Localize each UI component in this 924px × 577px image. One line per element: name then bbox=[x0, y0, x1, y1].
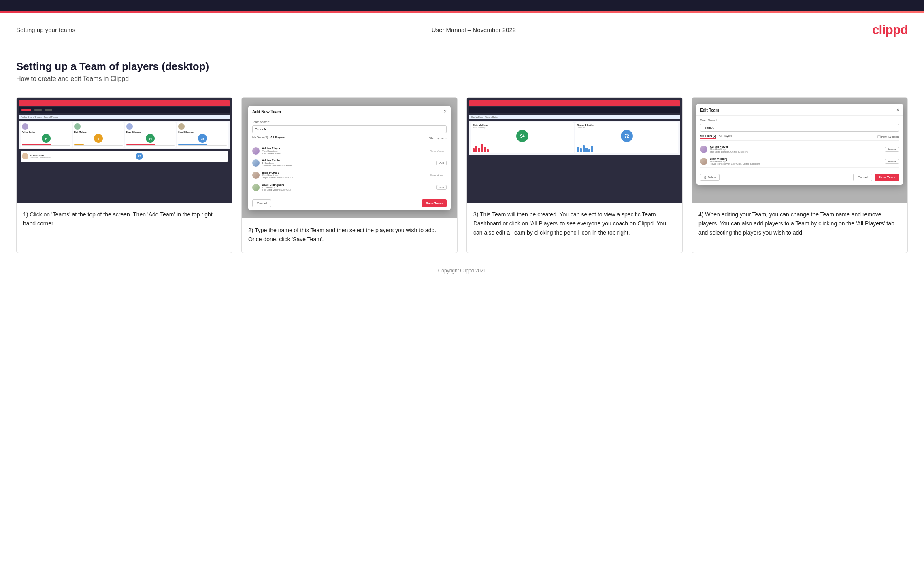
ss3-score-2: 72 bbox=[621, 130, 633, 142]
edit-modal-footer: 🗑 Delete Cancel Save Team bbox=[696, 171, 903, 185]
modal-header: Add New Team × bbox=[248, 106, 451, 117]
cards-row: Finding 5 out of 8 players from All Play… bbox=[16, 97, 908, 253]
edit-team-name-label: Team Name * bbox=[700, 119, 899, 122]
player-avatar-2 bbox=[252, 159, 260, 167]
add-player-2-button[interactable]: Add bbox=[436, 161, 447, 165]
player-row-2: Adrian Coliba 1 HandicapCentral London G… bbox=[252, 157, 447, 169]
edit-player-club-2: Plus HandicapRoyal North Devon Golf Club… bbox=[710, 160, 882, 165]
player-row-3: Blair McHarg Plus HandicapRoyal North De… bbox=[252, 169, 447, 181]
player-row-1: Adrian Player Plus HandicapThe Shire Lon… bbox=[252, 145, 447, 157]
footer-copyright: Copyright Clippd 2021 bbox=[16, 261, 908, 280]
ss3-topbar bbox=[469, 100, 680, 106]
ss1-bottom-player: Richard Butler Golf Coach, United Kingdo… bbox=[21, 151, 228, 162]
modal-team-name-input[interactable] bbox=[252, 125, 447, 133]
modal-title: Add New Team bbox=[252, 110, 281, 114]
ss3-score-1: 94 bbox=[516, 130, 528, 142]
modal-team-name-label: Team Name * bbox=[252, 121, 447, 123]
player-list: Adrian Player Plus HandicapThe Shire Lon… bbox=[252, 145, 447, 193]
edit-player-avatar-1 bbox=[700, 146, 707, 153]
player-club-2: 1 HandicapCentral London Golf Centre bbox=[262, 162, 434, 167]
page-title: Setting up a Team of players (desktop) bbox=[16, 60, 908, 73]
edit-modal-body: Team Name * My Team (2) All Players Filt… bbox=[696, 116, 903, 171]
player-status-3: Player Added bbox=[427, 173, 447, 177]
ss3-player-2: Richard Butler Golf Coach 72 bbox=[575, 122, 678, 153]
player-name-1: Adrian Player bbox=[262, 147, 425, 150]
edit-modal-title: Edit Team bbox=[700, 108, 719, 112]
remove-player-1-button[interactable]: Remove bbox=[885, 147, 899, 152]
top-bar bbox=[0, 0, 924, 11]
edit-team-name-input[interactable] bbox=[700, 124, 899, 132]
edit-filter: Filter by name bbox=[877, 134, 899, 139]
remove-player-2-button[interactable]: Remove bbox=[885, 159, 899, 164]
edit-player-list: Adrian Player Plus HandicapThe Shire Lon… bbox=[700, 143, 899, 168]
player-avatar-1 bbox=[252, 147, 260, 155]
modal-tab-allplayers[interactable]: All Players bbox=[270, 136, 285, 140]
modal-tab-myteam[interactable]: My Team (2) bbox=[252, 136, 268, 140]
edit-modal-header: Edit Team × bbox=[696, 104, 903, 116]
ss1-score-1: 84 bbox=[42, 134, 51, 143]
ss3-player-1: Blair McHarg Plus Handicap 94 bbox=[471, 122, 574, 153]
player-name-4: Dave Billingham bbox=[262, 183, 434, 186]
add-player-4-button[interactable]: Add bbox=[436, 185, 447, 190]
add-team-modal: Add New Team × Team Name * My Team (2) A… bbox=[248, 106, 451, 210]
edit-player-info-1: Adrian Player Plus HandicapThe Shire Lon… bbox=[710, 145, 882, 153]
ss3-nav bbox=[469, 107, 680, 113]
card-1-text: 1) Click on 'Teams' at the top of the sc… bbox=[17, 203, 232, 253]
edit-player-row-2: Blair McHarg Plus HandicapRoyal North De… bbox=[700, 155, 899, 168]
screenshot-2: Add New Team × Team Name * My Team (2) A… bbox=[242, 98, 457, 218]
edit-player-club-1: Plus HandicapThe Shire London, United Ki… bbox=[710, 148, 882, 153]
edit-tab-myteam[interactable]: My Team (2) bbox=[700, 134, 716, 139]
card-1: Finding 5 out of 8 players from All Play… bbox=[16, 97, 232, 253]
card-2-text: 2) Type the name of this Team and then s… bbox=[242, 218, 457, 253]
modal-footer: Cancel Save Team bbox=[248, 197, 451, 210]
modal-filter: Filter by name bbox=[425, 136, 447, 140]
trash-icon: 🗑 bbox=[704, 176, 707, 179]
screenshot-3: Blair McHarg Richard Butler Blair McHarg… bbox=[467, 98, 682, 203]
ss1-player-2: Blair McHarg 0 bbox=[73, 122, 124, 148]
ss1-player-grid: Adrian Coliba 84 Blair McHarg 0 bbox=[19, 121, 230, 149]
ss1-score-3: 94 bbox=[146, 134, 155, 143]
player-name-2: Adrian Coliba bbox=[262, 159, 434, 162]
edit-player-avatar-2 bbox=[700, 158, 707, 165]
modal-close-icon[interactable]: × bbox=[444, 109, 447, 115]
screenshot-1: Finding 5 out of 8 players from All Play… bbox=[17, 98, 232, 203]
edit-tab-allplayers[interactable]: All Players bbox=[719, 134, 732, 139]
edit-player-info-2: Blair McHarg Plus HandicapRoyal North De… bbox=[710, 157, 882, 165]
player-row-4: Dave Billingham 1.8 HandicapThe Ding Mop… bbox=[252, 181, 447, 193]
ss3-bars-2 bbox=[577, 144, 677, 152]
edit-cancel-button[interactable]: Cancel bbox=[853, 174, 872, 181]
ss1-nav bbox=[19, 107, 230, 113]
ss1-player-1: Adrian Coliba 84 bbox=[21, 122, 72, 148]
card-4-text: 4) When editing your Team, you can chang… bbox=[692, 203, 907, 253]
player-avatar-3 bbox=[252, 172, 260, 179]
ss1-logo bbox=[21, 109, 31, 111]
card-3: Blair McHarg Richard Butler Blair McHarg… bbox=[466, 97, 683, 253]
modal-tabs: My Team (2) All Players Filter by name bbox=[252, 136, 447, 142]
ss1-score-4: 78 bbox=[198, 134, 207, 143]
footer-actions: Cancel Save Team bbox=[853, 174, 899, 181]
player-name-3: Blair McHarg bbox=[262, 171, 425, 174]
edit-save-team-button[interactable]: Save Team bbox=[875, 174, 899, 181]
edit-modal-close-icon[interactable]: × bbox=[896, 107, 899, 113]
player-status-1: Player Added bbox=[427, 149, 447, 153]
ss1-player-3: Dave Billinghan 94 bbox=[125, 122, 176, 148]
modal-body: Team Name * My Team (2) All Players Filt… bbox=[248, 117, 451, 197]
edit-player-row-1: Adrian Player Plus HandicapThe Shire Lon… bbox=[700, 143, 899, 155]
edit-player-name-2: Blair McHarg bbox=[710, 157, 882, 160]
card-4: Edit Team × Team Name * My Team (2) All … bbox=[692, 97, 908, 253]
cancel-button[interactable]: Cancel bbox=[252, 199, 271, 207]
ss3-bars-1 bbox=[473, 144, 572, 152]
player-club-3: Plus HandicapRoyal North Devon Golf Club bbox=[262, 174, 425, 179]
player-info-4: Dave Billingham 1.8 HandicapThe Ding Mop… bbox=[262, 183, 434, 191]
player-club-1: Plus HandicapThe Shire London bbox=[262, 150, 425, 155]
edit-modal-tabs: My Team (2) All Players Filter by name bbox=[700, 134, 899, 141]
ss1-nav-item2 bbox=[45, 109, 52, 111]
player-info-3: Blair McHarg Plus HandicapRoyal North De… bbox=[262, 171, 425, 179]
player-info-2: Adrian Coliba 1 HandicapCentral London G… bbox=[262, 159, 434, 167]
ss1-topbar bbox=[19, 100, 230, 106]
save-team-button[interactable]: Save Team bbox=[422, 199, 447, 207]
delete-team-button[interactable]: 🗑 Delete bbox=[700, 174, 720, 181]
page-header: Setting up your teams User Manual – Nove… bbox=[0, 13, 924, 44]
page-subtitle: How to create and edit Teams in Clippd bbox=[16, 75, 908, 83]
main-content: Setting up a Team of players (desktop) H… bbox=[0, 44, 924, 292]
